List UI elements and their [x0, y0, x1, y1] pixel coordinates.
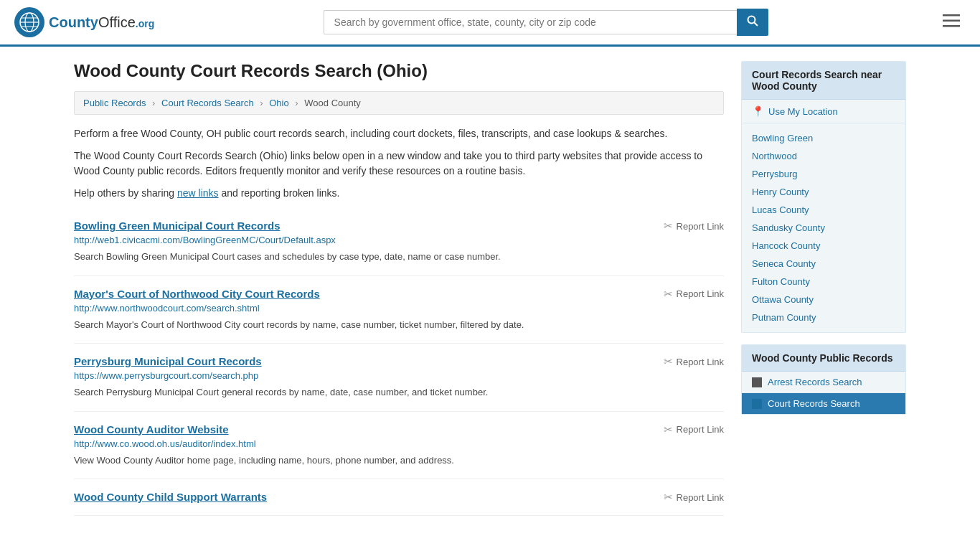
logo-text: CountyOffice.org — [49, 14, 154, 30]
result-title-3[interactable]: Wood County Auditor Website — [74, 423, 229, 435]
nearby-link-10[interactable]: Putnam County — [752, 312, 816, 323]
report-icon-4: ✂ — [664, 491, 673, 504]
nearby-link-item: Sandusky County — [742, 219, 905, 237]
description-para3: Help others by sharing new links and rep… — [74, 186, 724, 201]
report-icon-0: ✂ — [664, 220, 673, 232]
sidebar: Court Records Search near Wood County 📍 … — [741, 61, 906, 516]
pub-record-icon-0 — [752, 377, 762, 387]
logo-icon — [14, 7, 44, 37]
public-records-list: Arrest Records Search Court Records Sear… — [742, 372, 905, 414]
svg-line-6 — [754, 23, 758, 27]
nearby-link-item: Fulton County — [742, 273, 905, 291]
nearby-link-5[interactable]: Sandusky County — [752, 222, 825, 233]
svg-rect-9 — [943, 25, 960, 27]
site-header: CountyOffice.org — [0, 0, 980, 47]
description-para2: The Wood County Court Records Search (Oh… — [74, 149, 724, 179]
nearby-link-1[interactable]: Northwood — [752, 151, 797, 161]
nearby-links-list: Bowling GreenNorthwoodPerrysburgHenry Co… — [742, 123, 905, 332]
result-item: Bowling Green Municipal Court Records ✂ … — [74, 208, 724, 276]
nearby-link-item: Hancock County — [742, 237, 905, 255]
result-title-0[interactable]: Bowling Green Municipal Court Records — [74, 220, 281, 232]
result-desc-0: Search Bowling Green Municipal Court cas… — [74, 250, 724, 264]
pub-record-item[interactable]: Court Records Search — [742, 393, 905, 414]
content-area: Wood County Court Records Search (Ohio) … — [74, 61, 724, 516]
nearby-section-title: Court Records Search near Wood County — [742, 62, 905, 100]
svg-rect-8 — [943, 20, 960, 22]
nearby-link-8[interactable]: Fulton County — [752, 276, 810, 287]
nearby-link-item: Northwood — [742, 147, 905, 165]
nearby-link-0[interactable]: Bowling Green — [752, 133, 813, 143]
nearby-section: Court Records Search near Wood County 📍 … — [741, 61, 906, 333]
nearby-link-item: Perrysburg — [742, 165, 905, 183]
results-list: Bowling Green Municipal Court Records ✂ … — [74, 208, 724, 516]
nearby-link-item: Henry County — [742, 183, 905, 201]
use-my-location[interactable]: 📍 Use My Location — [742, 100, 905, 123]
nearby-link-item: Ottawa County — [742, 291, 905, 309]
breadcrumb-public-records[interactable]: Public Records — [83, 98, 146, 108]
result-item: Wood County Auditor Website ✂ Report Lin… — [74, 412, 724, 480]
new-links-link[interactable]: new links — [177, 187, 219, 199]
result-title-2[interactable]: Perrysburg Municipal Court Records — [74, 355, 262, 367]
nearby-link-4[interactable]: Lucas County — [752, 204, 809, 215]
pin-icon: 📍 — [752, 105, 764, 117]
report-link-btn-3[interactable]: ✂ Report Link — [664, 423, 724, 436]
result-title-4[interactable]: Wood County Child Support Warrants — [74, 491, 267, 503]
nearby-link-item: Lucas County — [742, 201, 905, 219]
result-url-3: http://www.co.wood.oh.us/auditor/index.h… — [74, 438, 724, 449]
breadcrumb-wood-county: Wood County — [304, 98, 361, 108]
logo-area: CountyOffice.org — [14, 7, 154, 37]
nearby-link-6[interactable]: Hancock County — [752, 240, 820, 251]
nearby-link-3[interactable]: Henry County — [752, 187, 809, 197]
result-item: Wood County Child Support Warrants ✂ Rep… — [74, 479, 724, 516]
result-title-1[interactable]: Mayor's Court of Northwood City Court Re… — [74, 288, 320, 300]
breadcrumb-court-records-search[interactable]: Court Records Search — [161, 98, 254, 108]
public-records-title: Wood County Public Records — [742, 345, 905, 372]
pub-record-icon-1 — [752, 399, 762, 409]
nearby-link-7[interactable]: Seneca County — [752, 258, 816, 269]
report-link-btn-2[interactable]: ✂ Report Link — [664, 355, 724, 368]
menu-button[interactable] — [937, 10, 966, 34]
result-desc-3: View Wood County Auditor home page, incl… — [74, 453, 724, 468]
nearby-link-9[interactable]: Ottawa County — [752, 294, 814, 305]
result-url-0: http://web1.civicacmi.com/BowlingGreenMC… — [74, 235, 724, 245]
result-url-1: http://www.northwoodcourt.com/search.sht… — [74, 303, 724, 314]
search-button[interactable] — [737, 9, 768, 36]
report-link-btn-0[interactable]: ✂ Report Link — [664, 220, 724, 232]
nearby-link-item: Putnam County — [742, 309, 905, 326]
page-title: Wood County Court Records Search (Ohio) — [74, 61, 724, 81]
result-item: Perrysburg Municipal Court Records ✂ Rep… — [74, 344, 724, 412]
main-container: Wood County Court Records Search (Ohio) … — [60, 47, 920, 530]
result-desc-2: Search Perrysburg Municipal Court genera… — [74, 385, 724, 400]
nearby-link-item: Seneca County — [742, 255, 905, 273]
report-link-btn-1[interactable]: ✂ Report Link — [664, 288, 724, 301]
search-input[interactable] — [324, 10, 737, 34]
breadcrumb: Public Records › Court Records Search › … — [74, 91, 724, 115]
public-records-section: Wood County Public Records Arrest Record… — [741, 344, 906, 415]
report-link-btn-4[interactable]: ✂ Report Link — [664, 491, 724, 504]
nearby-link-2[interactable]: Perrysburg — [752, 169, 798, 179]
report-icon-2: ✂ — [664, 355, 673, 368]
svg-point-5 — [748, 17, 755, 24]
pub-record-link-1[interactable]: Court Records Search — [768, 398, 860, 409]
description-para1: Perform a free Wood County, OH public co… — [74, 126, 724, 141]
pub-record-link-0[interactable]: Arrest Records Search — [768, 377, 862, 387]
report-icon-3: ✂ — [664, 423, 673, 436]
search-area — [324, 9, 768, 36]
pub-record-item[interactable]: Arrest Records Search — [742, 372, 905, 393]
svg-rect-7 — [943, 14, 960, 17]
result-desc-1: Search Mayor's Court of Northwood City c… — [74, 318, 724, 332]
report-icon-1: ✂ — [664, 288, 673, 301]
result-url-2: https://www.perrysburgcourt.com/search.p… — [74, 370, 724, 381]
breadcrumb-ohio[interactable]: Ohio — [269, 98, 288, 108]
result-item: Mayor's Court of Northwood City Court Re… — [74, 276, 724, 344]
nearby-link-item: Bowling Green — [742, 129, 905, 147]
